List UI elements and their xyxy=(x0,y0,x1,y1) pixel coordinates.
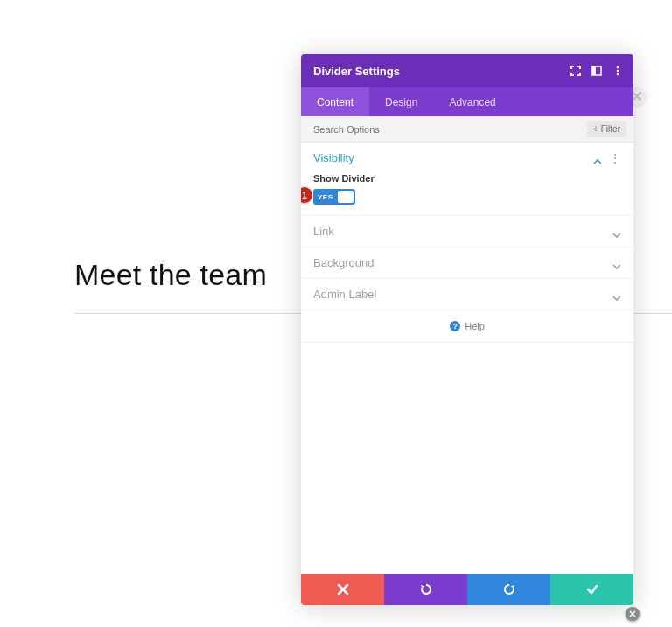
chevron-down-icon xyxy=(612,259,621,268)
filter-button[interactable]: + Filter xyxy=(587,121,626,137)
chevron-down-icon xyxy=(612,227,621,236)
section-visibility-head[interactable]: Visibility ⋮ xyxy=(301,143,634,173)
section-link: Link xyxy=(301,216,634,247)
svg-rect-1 xyxy=(592,66,596,75)
chevron-down-icon xyxy=(612,290,621,299)
section-admin-label-title: Admin Label xyxy=(313,288,376,301)
section-background-title: Background xyxy=(313,256,374,269)
section-kebab-icon[interactable]: ⋮ xyxy=(609,152,621,164)
svg-point-4 xyxy=(617,73,620,76)
section-visibility: Visibility ⋮ Show Divider 1 YES xyxy=(301,143,634,216)
toggle-value: YES xyxy=(318,193,333,201)
section-background: Background xyxy=(301,247,634,279)
modal-tabs: Content Design Advanced xyxy=(301,87,634,116)
save-button[interactable] xyxy=(550,574,634,605)
redo-button[interactable] xyxy=(467,574,550,605)
search-input[interactable] xyxy=(313,124,587,135)
floating-action-icon[interactable] xyxy=(626,607,640,621)
tab-content[interactable]: Content xyxy=(301,87,369,116)
help-link[interactable]: ? Help xyxy=(301,310,634,343)
section-admin-label: Admin Label xyxy=(301,279,634,310)
page-heading: Meet the team xyxy=(74,258,267,292)
modal-footer xyxy=(301,574,634,605)
chevron-up-icon xyxy=(593,154,602,163)
section-visibility-title: Visibility xyxy=(313,151,354,164)
section-link-title: Link xyxy=(313,225,334,238)
show-divider-toggle[interactable]: YES xyxy=(313,189,355,205)
kebab-icon[interactable] xyxy=(612,66,623,76)
svg-point-3 xyxy=(617,70,620,73)
modal-header: Divider Settings xyxy=(301,54,634,87)
search-bar: + Filter xyxy=(301,116,634,143)
tab-design[interactable]: Design xyxy=(369,87,433,116)
step-marker-1: 1 xyxy=(301,187,312,203)
toggle-handle xyxy=(338,191,354,203)
section-background-head[interactable]: Background xyxy=(301,247,634,278)
cancel-button[interactable] xyxy=(301,574,384,605)
filter-label: Filter xyxy=(601,124,620,134)
plus-icon: + xyxy=(593,124,598,134)
help-icon: ? xyxy=(450,321,460,331)
expand-icon[interactable] xyxy=(570,66,581,76)
section-admin-label-head[interactable]: Admin Label xyxy=(301,279,634,310)
section-link-head[interactable]: Link xyxy=(301,216,634,247)
tab-advanced[interactable]: Advanced xyxy=(433,87,511,116)
snap-icon[interactable] xyxy=(592,66,602,76)
undo-button[interactable] xyxy=(384,574,467,605)
help-label: Help xyxy=(465,321,485,331)
settings-modal: Divider Settings Content Design Advanced… xyxy=(301,54,634,605)
svg-point-2 xyxy=(617,66,620,69)
modal-title: Divider Settings xyxy=(313,65,400,78)
show-divider-label: Show Divider xyxy=(313,173,621,184)
